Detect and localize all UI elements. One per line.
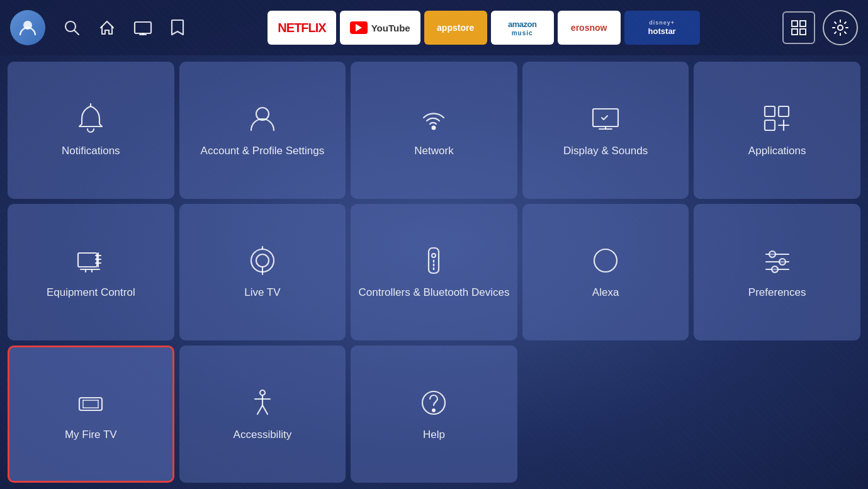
tile-applications[interactable]: Applications: [694, 62, 860, 199]
app-amazon-music[interactable]: amazon music: [491, 11, 554, 45]
svg-point-43: [779, 259, 786, 265]
firetv-icon: [74, 386, 107, 419]
live-tv-label: Live TV: [238, 286, 286, 300]
topbar-right: [782, 10, 858, 45]
svg-rect-7: [800, 21, 806, 26]
music-label: music: [512, 30, 533, 37]
tile-network[interactable]: Network: [351, 62, 517, 199]
tile-alexa[interactable]: Alexa: [522, 204, 689, 341]
display-icon: [589, 103, 622, 135]
svg-rect-8: [792, 29, 798, 35]
help-label: Help: [417, 428, 451, 442]
svg-point-13: [432, 126, 436, 129]
svg-point-45: [772, 266, 778, 273]
eros-label: erosnow: [571, 23, 607, 33]
alexa-label: Alexa: [586, 286, 626, 300]
svg-point-41: [769, 251, 775, 257]
hotstar-label: hotstar: [648, 26, 676, 36]
youtube-play-icon: [350, 21, 368, 34]
preferences-label: Preferences: [742, 286, 813, 300]
my-fire-tv-label: My Fire TV: [59, 428, 123, 442]
tile-account-profile[interactable]: Account & Profile Settings: [179, 62, 346, 199]
bookmark-icon[interactable]: [170, 19, 185, 37]
hotstar-brand: disney+: [649, 20, 675, 26]
antenna-icon: [246, 244, 279, 277]
svg-rect-22: [78, 253, 97, 267]
search-icon[interactable]: [63, 19, 81, 37]
app-netflix[interactable]: NETFLIX: [268, 11, 335, 45]
svg-point-51: [260, 390, 265, 395]
tile-notifications[interactable]: Notifications: [8, 62, 174, 199]
equipment-label: Equipment Control: [40, 286, 142, 300]
topbar: NETFLIX YouTube appstore amazon music er…: [0, 0, 868, 55]
accessibility-label: Accessibility: [227, 428, 298, 442]
svg-point-1: [65, 21, 76, 31]
svg-rect-6: [792, 21, 798, 26]
display-sounds-label: Display & Sounds: [557, 144, 654, 158]
wifi-icon: [417, 103, 450, 135]
tile-help[interactable]: Help: [351, 346, 517, 483]
tile-equipment-control[interactable]: Equipment Control: [8, 204, 174, 341]
account-label: Account & Profile Settings: [194, 144, 331, 158]
svg-rect-19: [765, 120, 775, 130]
settings-grid: Notifications Account & Profile Settings…: [0, 55, 868, 489]
svg-line-55: [262, 405, 268, 414]
amazon-label: amazon: [508, 20, 536, 29]
applications-icon: [761, 103, 794, 135]
avatar[interactable]: [10, 10, 45, 45]
svg-point-39: [594, 249, 617, 272]
svg-line-54: [257, 405, 262, 414]
topbar-left: [10, 10, 185, 45]
controllers-label: Controllers & Bluetooth Devices: [352, 286, 516, 300]
svg-rect-18: [779, 106, 789, 116]
tile-accessibility[interactable]: Accessibility: [179, 346, 346, 483]
svg-line-2: [75, 31, 79, 35]
settings-icon[interactable]: [823, 10, 858, 45]
youtube-label: YouTube: [371, 23, 410, 33]
accessibility-icon: [246, 386, 279, 419]
app-appstore[interactable]: appstore: [424, 11, 487, 45]
tile-preferences[interactable]: Preferences: [694, 204, 860, 341]
appstore-label: appstore: [437, 23, 474, 33]
alexa-icon: [589, 244, 622, 277]
app-youtube[interactable]: YouTube: [340, 11, 420, 45]
notifications-label: Notifications: [55, 144, 127, 158]
account-icon: [246, 103, 279, 135]
equipment-icon: [74, 244, 107, 277]
topbar-apps: NETFLIX YouTube appstore amazon music er…: [185, 11, 782, 45]
notifications-icon: [74, 103, 107, 135]
netflix-label: NETFLIX: [278, 21, 325, 35]
network-label: Network: [408, 144, 459, 158]
svg-rect-9: [800, 29, 806, 35]
tile-live-tv[interactable]: Live TV: [179, 204, 346, 341]
tile-display-sounds[interactable]: Display & Sounds: [522, 62, 689, 199]
help-icon: [417, 386, 450, 419]
svg-rect-17: [765, 106, 775, 116]
app-hotstar[interactable]: disney+ hotstar: [624, 11, 700, 45]
app-erosnow[interactable]: erosnow: [558, 11, 621, 45]
svg-point-57: [432, 409, 435, 412]
home-icon[interactable]: [98, 19, 116, 37]
remote-icon: [417, 244, 450, 277]
tile-controllers-bluetooth[interactable]: Controllers & Bluetooth Devices: [351, 204, 517, 341]
svg-rect-3: [135, 22, 151, 33]
svg-point-30: [256, 254, 269, 267]
tile-my-fire-tv[interactable]: My Fire TV: [8, 346, 174, 483]
applications-label: Applications: [742, 144, 813, 158]
svg-point-10: [838, 25, 843, 30]
svg-point-35: [432, 254, 436, 257]
tv-icon[interactable]: [133, 20, 152, 36]
grid-plus-icon[interactable]: [782, 11, 815, 44]
sliders-icon: [761, 244, 794, 277]
